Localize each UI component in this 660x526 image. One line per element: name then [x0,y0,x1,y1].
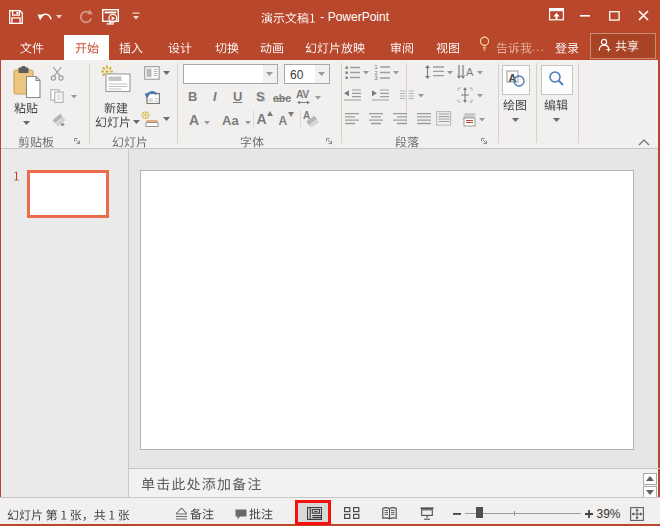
svg-text:A: A [466,66,474,78]
svg-text:3: 3 [375,75,378,81]
